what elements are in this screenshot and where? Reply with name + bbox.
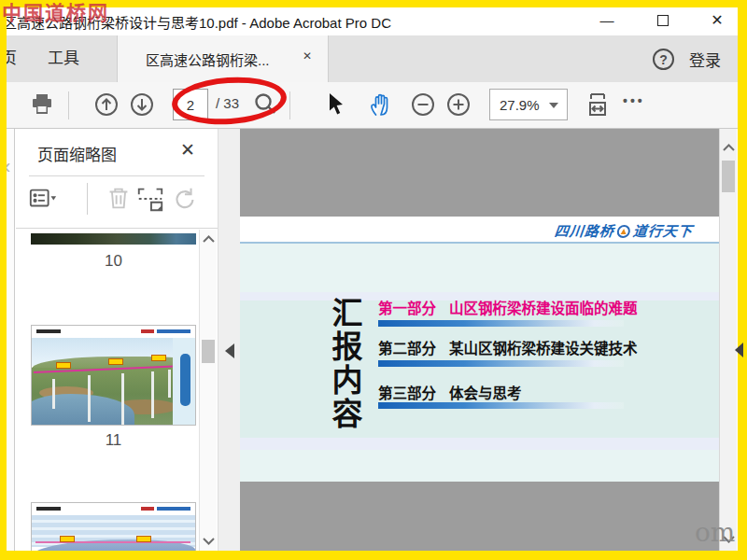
previous-page-button[interactable]	[92, 91, 120, 119]
scroll-up-icon[interactable]	[200, 231, 218, 246]
select-tool-button[interactable]	[322, 91, 350, 119]
thumbnail-page-11[interactable]	[31, 325, 196, 426]
print-button[interactable]	[28, 91, 56, 119]
panel-close-button[interactable]: ✕	[180, 139, 195, 161]
thumbnail-art	[32, 338, 195, 426]
slide-item-1-underline	[378, 320, 624, 327]
scrollbar-thumb[interactable]	[202, 340, 215, 363]
tab-document[interactable]: 区高速公路钢桁梁... ✕	[117, 35, 329, 82]
divider	[29, 175, 204, 176]
maximize-button[interactable]	[647, 9, 679, 32]
page-count-label: / 33	[216, 95, 239, 111]
sign-in-button[interactable]: 登录	[689, 48, 721, 71]
hand-tool-button[interactable]	[366, 91, 394, 119]
thumbnail-slide-header	[32, 326, 195, 338]
rotate-pages-button[interactable]	[169, 183, 199, 215]
tab-document-label: 区高速公路钢桁梁...	[146, 49, 270, 69]
slide-content: 汇报内容 第一部分山区钢桁梁桥建设面临的难题 第二部分某山区钢桁梁桥建设关键技术…	[240, 244, 719, 482]
fit-width-button[interactable]	[584, 91, 612, 119]
panel-title: 页面缩略图	[37, 142, 117, 165]
collapse-chevron-icon[interactable]: ‹	[7, 155, 10, 179]
thumbnails-scrollbar[interactable]	[199, 230, 217, 551]
slide-item-1: 第一部分山区钢桁梁桥建设面临的难题	[378, 297, 638, 317]
tab-close-icon[interactable]: ✕	[303, 49, 312, 63]
next-page-button[interactable]	[128, 91, 156, 119]
scroll-down-icon[interactable]	[720, 532, 738, 547]
tab-tools[interactable]: 工具	[48, 35, 79, 82]
zoom-level-dropdown[interactable]: 27.9%	[489, 89, 568, 120]
toolbar-separator	[68, 91, 69, 119]
collapse-panel-handle[interactable]	[225, 343, 234, 358]
help-button[interactable]: ?	[653, 49, 674, 70]
thumbnail-label: 10	[31, 252, 196, 271]
chevron-down-icon	[549, 103, 558, 108]
tab-home[interactable]: 页	[7, 35, 29, 82]
screenshot-frame: 区高速公路钢桁梁桥设计与思考10.pdf - Adobe Acrobat Pro…	[0, 0, 747, 560]
sichuan-road-bridge-logo: 四川路桥道行天下	[554, 220, 694, 240]
logo-badge-icon	[616, 225, 630, 238]
divider	[16, 228, 218, 229]
resize-pages-button[interactable]	[135, 183, 165, 215]
slide-item-2-underline	[378, 360, 624, 367]
scroll-up-icon[interactable]	[720, 140, 738, 155]
delete-pages-button[interactable]	[104, 183, 134, 215]
tab-bar: 页 工具 区高速公路钢桁梁... ✕ ? 登录	[7, 35, 738, 82]
thumbnail-label: 11	[31, 431, 196, 450]
acrobat-window: 区高速公路钢桁梁桥设计与思考10.pdf - Adobe Acrobat Pro…	[7, 7, 738, 551]
document-viewport: 四川路桥道行天下 汇报内容 第一部分山区钢桁梁桥建设面临的难题 第二部分某山区钢…	[240, 129, 719, 551]
slide-logo-row: 四川路桥道行天下	[240, 217, 719, 243]
slide-item-3-underline	[378, 402, 624, 409]
slide-vertical-title: 汇报内容	[328, 297, 362, 431]
title-bar: 区高速公路钢桁梁桥设计与思考10.pdf - Adobe Acrobat Pro…	[7, 7, 738, 35]
slide-item-3: 第三部分体会与思考	[378, 382, 522, 402]
thumbnail-page-10[interactable]	[31, 233, 196, 245]
main-toolbar: / 33 27.9%	[7, 82, 738, 129]
thumbnail-options-button[interactable]	[28, 183, 58, 215]
toolbar-separator	[289, 91, 290, 119]
page-number-input[interactable]	[173, 89, 208, 120]
toolbar-separator	[87, 183, 88, 215]
minimize-button[interactable]: —	[591, 9, 623, 32]
thumbnail-slide-header	[32, 503, 195, 515]
body-area: ‹ 页面缩略图 ✕	[7, 129, 738, 551]
thumbnail-page-12[interactable]	[31, 502, 196, 551]
zoom-in-button[interactable]	[444, 91, 472, 119]
pdf-page: 四川路桥道行天下 汇报内容 第一部分山区钢桁梁桥建设面临的难题 第二部分某山区钢…	[240, 217, 719, 482]
maximize-icon	[657, 15, 669, 26]
close-button[interactable]: ✕	[701, 9, 733, 32]
more-tools-button[interactable]: •••	[623, 93, 645, 108]
zoom-out-button[interactable]	[409, 91, 437, 119]
window-title: 区高速公路钢桁梁桥设计与思考10.pdf - Adobe Acrobat Pro…	[7, 12, 391, 32]
slide-item-2: 第二部分某山区钢桁梁桥建设关键技术	[378, 337, 638, 357]
find-button[interactable]	[251, 91, 279, 119]
scrollbar-thumb[interactable]	[722, 161, 735, 192]
scroll-down-icon[interactable]	[200, 534, 218, 549]
zoom-level-value: 27.9%	[500, 97, 540, 113]
panel-splitter[interactable]	[218, 129, 240, 551]
page-thumbnails-panel: 页面缩略图 ✕	[16, 129, 218, 551]
nav-pane-strip: ‹	[7, 129, 15, 551]
thumbnail-art	[32, 515, 195, 551]
document-scrollbar[interactable]	[719, 129, 737, 551]
collapse-right-pane-handle[interactable]	[735, 343, 743, 357]
